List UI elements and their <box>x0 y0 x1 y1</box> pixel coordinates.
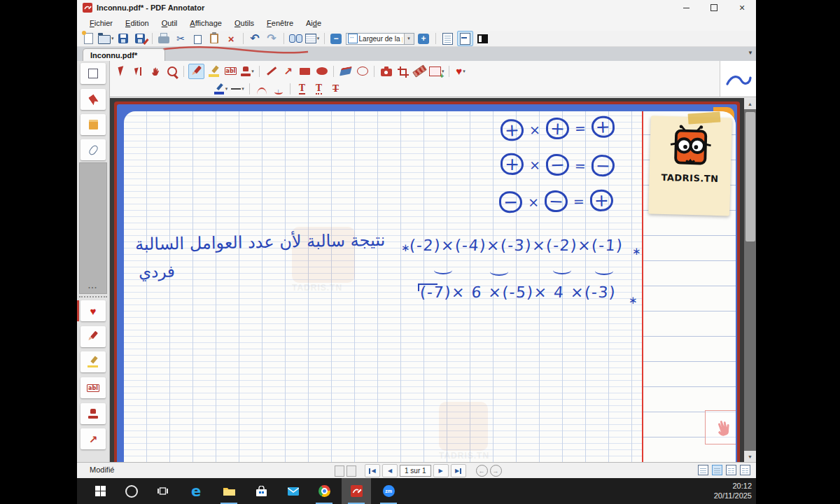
sidebar-item-annotations[interactable] <box>80 114 106 135</box>
favorite-tool-stamp[interactable] <box>80 403 106 424</box>
history-back-button[interactable]: ← <box>476 465 488 477</box>
crop-tool[interactable] <box>396 64 410 78</box>
select-tool[interactable] <box>114 64 129 78</box>
favorites-tool[interactable]: ♥▾ <box>454 64 468 78</box>
layout-facing-button[interactable] <box>726 465 736 475</box>
sidebar-splitter[interactable] <box>79 296 107 298</box>
close-button[interactable]: × <box>728 0 756 15</box>
favorite-tool-pen[interactable] <box>80 326 106 347</box>
pan-tool[interactable] <box>148 64 162 78</box>
zoom-out-button[interactable]: − <box>329 31 344 46</box>
history-forward-button[interactable]: → <box>490 465 502 477</box>
smooth-curve-button[interactable] <box>254 82 269 96</box>
layout-continuous-button[interactable] <box>712 465 722 475</box>
panel-drag-handle[interactable]: ••• <box>77 285 109 290</box>
layout-single-button[interactable] <box>698 465 708 475</box>
start-button[interactable] <box>85 478 115 504</box>
measure-tool[interactable] <box>412 64 427 78</box>
taskbar-mail[interactable] <box>279 478 308 504</box>
menu-outil[interactable]: Outil <box>156 18 183 29</box>
insert-image-tool[interactable]: ▾ <box>429 64 444 78</box>
taskbar-pdf-annotator[interactable] <box>342 478 371 504</box>
save-as-button[interactable] <box>133 31 148 46</box>
squiggly-text-button[interactable]: T <box>312 82 326 96</box>
line-tool[interactable] <box>264 64 279 78</box>
menu-aide[interactable]: Aide <box>300 18 327 29</box>
text-select-tool[interactable] <box>131 64 146 78</box>
scroll-up-button[interactable]: ▲ <box>744 98 756 109</box>
highlighter-tool[interactable] <box>206 64 221 78</box>
paste-button[interactable] <box>207 31 222 46</box>
stamp-tool[interactable]: ▾ <box>240 64 255 78</box>
scroll-down-button[interactable]: ▼ <box>744 451 756 462</box>
cut-button[interactable]: ✂ <box>174 31 188 46</box>
underline-text-button[interactable]: T <box>295 82 309 96</box>
print-button[interactable] <box>157 31 172 46</box>
menu-fichier[interactable]: Fichier <box>84 18 118 29</box>
tab-inconnu-pdf[interactable]: Inconnu.pdf* <box>83 48 165 61</box>
page-view-button[interactable] <box>440 31 455 46</box>
sidebar-item-bookmarks[interactable] <box>80 89 106 110</box>
taskbar-clock[interactable]: 20:12 20/11/2025 <box>714 481 752 500</box>
sidebar-toggle-button[interactable]: ▾ <box>305 31 320 46</box>
page-indicator[interactable]: 1 sur 1 <box>400 465 431 477</box>
line-width-button[interactable]: ▾ <box>230 82 245 96</box>
zoom-level-select[interactable]: ↔ Largeur de la pa ▼ <box>346 33 414 45</box>
lasso-tool[interactable] <box>355 64 370 78</box>
last-page-button[interactable]: ▶ <box>451 464 466 477</box>
next-page-button[interactable]: ▶ <box>433 464 449 477</box>
menu-fenetre[interactable]: Fenêtre <box>261 18 299 29</box>
redo-button[interactable]: ↷ <box>265 31 279 46</box>
undo-button[interactable]: ↶ <box>248 31 262 46</box>
minimize-button[interactable] <box>672 0 700 15</box>
favorite-tool-highlighter[interactable] <box>80 351 106 372</box>
previous-page-button[interactable]: ◀ <box>382 464 398 477</box>
menu-affichage[interactable]: Affichage <box>184 18 227 29</box>
menu-edition[interactable]: Edition <box>120 18 155 29</box>
strikeout-text-button[interactable]: T <box>328 82 343 96</box>
taskbar-file-explorer[interactable] <box>214 478 244 504</box>
save-button[interactable] <box>116 31 131 46</box>
find-button[interactable] <box>288 31 303 46</box>
scrollbar-thumb[interactable] <box>746 112 755 241</box>
fit-width-view-button[interactable] <box>457 31 473 46</box>
heart-icon: ♥ <box>90 306 97 316</box>
restore-button[interactable] <box>700 0 728 15</box>
favorite-tool-textbox[interactable]: abl <box>80 377 106 398</box>
vertical-scrollbar[interactable]: ▲ ▼ <box>744 98 756 462</box>
snapshot-tool[interactable] <box>379 64 393 78</box>
tab-list-caret[interactable]: ▼ <box>748 50 753 56</box>
zoom-in-button[interactable]: + <box>416 31 431 46</box>
taskbar-zoom[interactable]: zm <box>374 478 403 504</box>
taskbar-edge[interactable]: e <box>181 478 211 504</box>
cortana-button[interactable] <box>117 478 146 504</box>
sidebar-item-attachments[interactable] <box>80 139 106 160</box>
zoom-select-caret[interactable]: ▼ <box>404 34 414 44</box>
new-document-button[interactable] <box>81 31 96 46</box>
rectangle-tool[interactable] <box>298 64 312 78</box>
arrow-tool[interactable]: ↗ <box>281 64 295 78</box>
fullscreen-button[interactable] <box>475 31 490 46</box>
copy-button[interactable] <box>190 31 205 46</box>
zoom-tool[interactable] <box>164 64 179 78</box>
taskbar-store[interactable] <box>246 478 276 504</box>
pen-color-button[interactable]: ▾ <box>214 82 228 96</box>
document-canvas[interactable]: TADRIS.TN TADRIS.TN + × + = + + × − = <box>110 98 756 462</box>
remove-page-icon[interactable] <box>335 465 344 477</box>
menu-outils[interactable]: Outils <box>229 18 260 29</box>
favorite-tool-arrow[interactable]: ↗ <box>80 428 106 449</box>
eraser-tool[interactable] <box>338 64 353 78</box>
auto-smooth-button[interactable]: ↓ <box>271 82 286 96</box>
layout-facing-continuous-button[interactable] <box>740 465 750 475</box>
pen-tool-active[interactable] <box>188 64 204 79</box>
delete-button[interactable]: × <box>224 31 239 46</box>
open-button[interactable]: ▾ <box>98 31 114 46</box>
text-box-tool[interactable]: abl <box>223 64 238 78</box>
task-view-button[interactable] <box>148 478 177 504</box>
first-page-button[interactable]: ◀ <box>365 464 380 477</box>
append-page-icon[interactable] <box>346 465 356 477</box>
ellipse-tool[interactable] <box>314 64 329 78</box>
favorite-tool-heart[interactable]: ♥ <box>80 300 106 321</box>
taskbar-chrome[interactable] <box>309 478 339 504</box>
sidebar-item-pages[interactable] <box>80 63 106 84</box>
